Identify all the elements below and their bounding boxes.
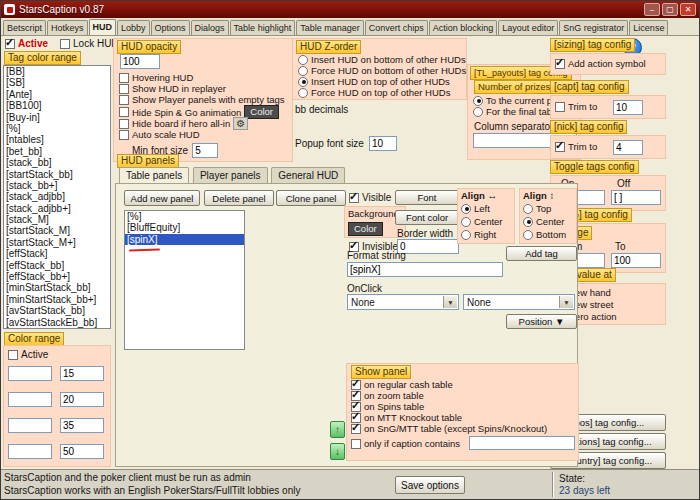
maximize-icon[interactable]: ▢ [662,3,678,16]
hide-spin-go-checkbox[interactable]: Hide Spin & Go animation [119,107,241,118]
tag-list-item[interactable]: [effStack] [4,248,110,259]
align-v-top-radio[interactable]: Top [523,203,551,214]
tag-list-item[interactable]: [SB] [4,77,110,88]
color-range-to-input[interactable] [60,392,104,407]
align-h-right-radio[interactable]: Right [461,229,496,240]
save-options-button[interactable]: Save options [395,476,465,494]
tab-options[interactable]: Options [151,20,190,35]
align-v-bottom-radio[interactable]: Bottom [523,229,566,240]
hovering-hud-checkbox[interactable]: Hovering HUD [119,72,193,83]
panel-list-item[interactable]: [%] [125,211,244,222]
tab-action-blocking[interactable]: Action blocking [429,20,498,35]
nick-trim-checkbox[interactable]: Trim to [555,141,597,152]
color-range-to-input[interactable] [60,418,104,433]
lock-hud-checkbox[interactable]: Lock HUD [60,38,119,49]
tab-convert-chips[interactable]: Convert chips [365,20,428,35]
panel-list-item[interactable]: [BluffEquity] [125,222,244,233]
nick-trim-input[interactable] [613,140,643,155]
tag-color-range-list[interactable]: [BB] [SB] [Ante] [BB100] [Buy-in] [%] [n… [3,65,111,329]
move-up-button[interactable]: ↑ [330,421,345,438]
auto-scale-hud-checkbox[interactable]: Auto scale HUD [119,129,200,140]
color-range-to-input[interactable] [60,366,104,381]
background-color-button[interactable]: Color [348,222,383,236]
add-action-symbol-checkbox[interactable]: Add action symbol [555,58,646,69]
tag-list-item[interactable]: [minStartStack_bb] [4,282,110,293]
toggle-off-input[interactable] [611,190,661,205]
move-down-button[interactable]: ↓ [330,443,345,460]
format-string-input[interactable] [347,262,503,277]
close-icon[interactable]: ✕ [680,3,696,16]
position-button[interactable]: Position ▼ [506,314,577,329]
payouts-final-table-radio[interactable]: For the final table [473,106,559,117]
tag-list-item[interactable]: [BB] [4,66,110,77]
spin-go-color-button[interactable]: Color [244,105,279,119]
border-width-input[interactable] [397,239,459,254]
tag-list-item[interactable]: [bet_bb] [4,146,110,157]
add-new-panel-button[interactable]: Add new panel [124,190,200,206]
tag-list-item[interactable]: [startStack_bb] [4,169,110,180]
tab-table-highlight[interactable]: Table highlight [230,20,296,35]
tag-list-item[interactable]: [effStack_bb+] [4,271,110,282]
zorder-insert-top-radio[interactable]: Insert HUD on top of other HUDs [298,76,450,87]
show-on-spins-checkbox[interactable]: on Spins table [351,401,424,412]
align-h-center-radio[interactable]: Center [461,216,503,227]
tab-player-panels[interactable]: Player panels [193,167,268,183]
hud-active-checkbox[interactable]: Active [5,38,48,49]
tag-list-item[interactable]: [avStartStackEb_bb] [4,317,110,328]
tag-list-item[interactable]: [startStack_M] [4,225,110,236]
tag-list-item[interactable]: [ntables] [4,134,110,145]
tag-list-item[interactable]: [Buy-in] [4,112,110,123]
caption-contains-input[interactable] [469,436,575,450]
tab-sng-registrator[interactable]: SnG registrator [559,20,628,35]
tag-list-item[interactable]: [stack_M] [4,214,110,225]
onclick-select[interactable]: None ▼ [347,294,459,310]
clone-panel-button[interactable]: Clone panel [276,190,346,206]
panel-list[interactable]: [%] [BluffEquity] [spinX] [124,210,245,350]
color-range-from-input[interactable] [8,366,52,381]
popup-font-size-input[interactable] [369,136,397,151]
tag-list-item[interactable]: [minStartStack_bb+] [4,294,110,305]
tag-list-item[interactable]: [startStack_M+] [4,237,110,248]
show-on-mtt-knockout-checkbox[interactable]: on MTT Knockout table [351,412,462,423]
tab-general-hud[interactable]: General HUD [271,167,345,183]
zorder-insert-bottom-radio[interactable]: Insert HUD on bottom of other HUDs [298,54,466,65]
color-range-from-input[interactable] [8,392,52,407]
rng-to-input[interactable] [611,253,661,268]
tab-layout-editor[interactable]: Layout editor [498,20,558,35]
align-v-center-radio[interactable]: Center [523,216,565,227]
tab-table-manager[interactable]: Table manager [296,20,364,35]
color-range-active-checkbox[interactable]: Active [8,349,48,360]
tab-license[interactable]: License [629,20,668,35]
tab-hud[interactable]: HUD [89,19,117,35]
zorder-force-bottom-radio[interactable]: Force HUD on bottom of other HUDs [298,65,466,76]
hide-board-checkbox[interactable]: Hide board if hero all-in [119,118,230,129]
tab-hotkeys[interactable]: Hotkeys [47,20,88,35]
color-range-to-input[interactable] [60,444,104,459]
capt-trim-checkbox[interactable]: Trim to [555,101,597,112]
panel-list-item-selected[interactable]: [spinX] [125,234,244,245]
tag-list-item[interactable]: [BB100] [4,100,110,111]
show-on-zoom-checkbox[interactable]: on zoom table [351,390,424,401]
zorder-force-top-radio[interactable]: Force HUD on top of other HUDs [298,87,450,98]
show-on-sng-mtt-checkbox[interactable]: on SnG/MTT table (except Spins/Knockout) [351,423,547,434]
delete-panel-button[interactable]: Delete panel [204,190,274,206]
font-color-button[interactable]: Font color [395,210,459,225]
tab-lobby[interactable]: Lobby [117,20,150,35]
tab-betscript[interactable]: Betscript [3,20,46,35]
show-empty-tags-checkbox[interactable]: Show Player panels with empty tags [119,94,285,105]
hud-opacity-input[interactable] [120,54,160,69]
gear-icon[interactable]: ⚙ [233,117,248,130]
tag-list-item[interactable]: [stack_bb+] [4,180,110,191]
tag-list-item[interactable]: [stack_adjbb] [4,191,110,202]
show-on-regular-cash-checkbox[interactable]: on regular cash table [351,379,453,390]
tab-table-panels[interactable]: Table panels [119,167,189,183]
minimize-icon[interactable]: – [644,3,660,16]
capt-trim-input[interactable] [613,100,643,115]
color-range-from-input[interactable] [8,444,52,459]
tag-list-item[interactable]: [stack_bb] [4,157,110,168]
tag-list-item[interactable]: [stack_adjbb+] [4,203,110,214]
tag-list-item[interactable]: [%] [4,123,110,134]
color-range-from-input[interactable] [8,418,52,433]
show-hud-replayer-checkbox[interactable]: Show HUD in replayer [119,83,226,94]
panel-visible-checkbox[interactable]: Visible [349,192,391,203]
